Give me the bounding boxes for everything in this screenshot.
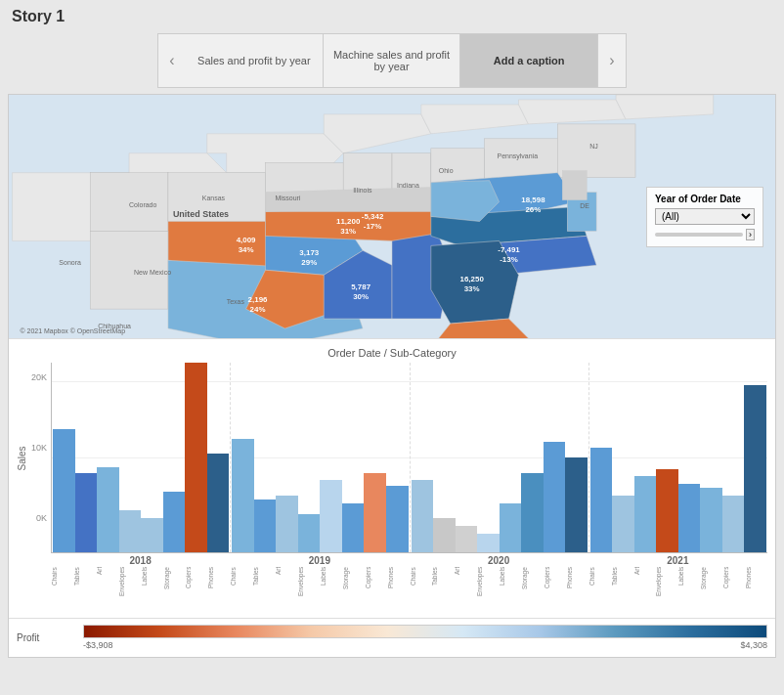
svg-text:-17%: -17% (364, 222, 382, 231)
legend-section: Profit -$3,908 $4,308 (9, 618, 775, 657)
bar-2018-copiers (185, 363, 207, 552)
legend-gradient (83, 625, 767, 638)
svg-text:Ohio: Ohio (439, 167, 454, 174)
bar-2019-copiers (364, 473, 386, 552)
subcat-copiers-2019: Copiers (365, 567, 387, 618)
all-bars (52, 363, 767, 552)
subcat-tables-2021: Tables (611, 567, 633, 618)
y-label-0k: 0K (36, 513, 47, 523)
slider-forward-btn[interactable]: › (746, 229, 755, 240)
legend-min: -$3,908 (83, 640, 113, 650)
svg-text:11,200: 11,200 (336, 217, 361, 226)
svg-text:-7,491: -7,491 (498, 245, 520, 254)
subcat-chairs-2020: Chairs (410, 567, 432, 618)
story-nav: ‹ Sales and profit by year Machine sales… (157, 33, 627, 88)
svg-text:© 2021 Mapbox © OpenStreetMap: © 2021 Mapbox © OpenStreetMap (21, 327, 126, 335)
subcat-art-2020: Art (454, 567, 476, 618)
bar-2021-storage (700, 488, 722, 552)
bar-2018-art (97, 467, 119, 552)
subcat-phones-2019: Phones (387, 567, 410, 618)
subcat-chairs-2018: Chairs (51, 567, 73, 618)
bar-2018-labels (141, 518, 163, 552)
subcat-env-2021: Envelopes (655, 567, 677, 618)
subcat-phones-2018: Phones (207, 567, 230, 618)
svg-text:DE: DE (580, 202, 589, 209)
bar-2020-envelopes (477, 534, 500, 552)
legend-values: -$3,908 $4,308 (83, 640, 767, 650)
map-section: Colorado Kansas Missouri New Mexico Texa… (9, 95, 775, 339)
bar-2021-art (634, 476, 657, 552)
svg-text:4,009: 4,009 (237, 236, 256, 244)
outer-container: Story 1 ‹ Sales and profit by year Machi… (0, 0, 784, 666)
nav-prev-button[interactable]: ‹ (158, 34, 186, 87)
filter-select[interactable]: (All) (655, 208, 755, 225)
subcat-storage-2021: Storage (700, 567, 722, 618)
svg-text:26%: 26% (525, 205, 541, 214)
subcat-storage-2018: Storage (163, 567, 186, 618)
svg-text:Pennsylvania: Pennsylvania (498, 152, 539, 160)
svg-rect-32 (562, 171, 587, 200)
svg-text:NJ: NJ (589, 143, 598, 150)
svg-text:Sonora: Sonora (59, 259, 81, 266)
subcat-labels-2018: Labels (141, 567, 163, 618)
svg-text:Kansas: Kansas (202, 195, 226, 201)
filter-title: Year of Order Date (655, 194, 755, 204)
subcat-art-2018: Art (96, 567, 118, 618)
year-label-2021: 2021 (588, 555, 767, 566)
bar-2018-tables (75, 473, 98, 552)
subcat-labels-2021: Labels (677, 567, 700, 618)
svg-text:3,173: 3,173 (299, 248, 319, 257)
subcat-phones-2021: Phones (745, 567, 767, 618)
legend-row: Profit -$3,908 $4,308 (17, 625, 767, 650)
bar-2018-phones (207, 454, 230, 552)
y-axis-label: Sales (17, 446, 27, 470)
bar-2019-labels (320, 480, 342, 552)
bar-2020-phones (565, 457, 588, 552)
bar-2019-storage (342, 503, 365, 552)
bar-2021-envelopes (656, 469, 678, 552)
subcat-tables-2019: Tables (252, 567, 275, 618)
subcat-copiers-2020: Copiers (544, 567, 566, 618)
bar-2021-phones (744, 385, 766, 552)
svg-text:24%: 24% (250, 305, 266, 314)
year-label-2020: 2020 (410, 555, 588, 566)
filter-panel: Year of Order Date (All) › (646, 187, 763, 247)
year-group-2021 (589, 363, 767, 552)
year-label-2019: 2019 (230, 555, 409, 566)
story-title: Story 1 (8, 8, 776, 25)
bar-2018-storage (163, 492, 186, 552)
subcat-group-2019: Chairs Tables Art Envelopes Labels Stora… (230, 567, 409, 618)
nav-tab-3[interactable]: Add a caption (460, 34, 598, 87)
subcat-labels-2020: Labels (499, 567, 521, 618)
svg-text:Colorado: Colorado (129, 201, 156, 208)
year-label-2018: 2018 (51, 555, 230, 566)
subcat-phones-2020: Phones (566, 567, 588, 618)
slider-track[interactable] (655, 233, 743, 237)
bar-2020-copiers (544, 442, 566, 552)
bar-2021-labels (678, 484, 701, 552)
subcat-art-2021: Art (633, 567, 656, 618)
legend-max: $4,308 (740, 640, 767, 650)
svg-text:2,196: 2,196 (248, 295, 268, 304)
nav-tab-2[interactable]: Machine sales and profit by year (324, 34, 461, 87)
subcat-group-2018: Chairs Tables Art Envelopes Labels Stora… (51, 567, 230, 618)
svg-rect-15 (557, 124, 635, 178)
nav-next-button[interactable]: › (598, 34, 626, 87)
subcat-group-2020: Chairs Tables Art Envelopes Labels Stora… (410, 567, 588, 618)
svg-text:-13%: -13% (500, 255, 518, 264)
svg-text:30%: 30% (353, 292, 369, 301)
svg-text:16,250: 16,250 (460, 275, 485, 283)
bar-2019-art (276, 496, 298, 552)
bar-2019-envelopes (298, 514, 321, 552)
bar-2019-phones (386, 486, 409, 552)
bar-2021-chairs (590, 448, 613, 552)
year-group-2018 (52, 363, 231, 552)
svg-text:5,787: 5,787 (351, 282, 370, 291)
bar-2020-art (456, 526, 478, 552)
bar-2018-envelopes (119, 510, 142, 552)
subcat-env-2019: Envelopes (297, 567, 320, 618)
chart-title: Order Date / Sub-Category (17, 347, 767, 359)
svg-text:33%: 33% (464, 284, 480, 293)
subcat-copiers-2018: Copiers (185, 567, 207, 618)
nav-tab-1[interactable]: Sales and profit by year (186, 34, 324, 87)
